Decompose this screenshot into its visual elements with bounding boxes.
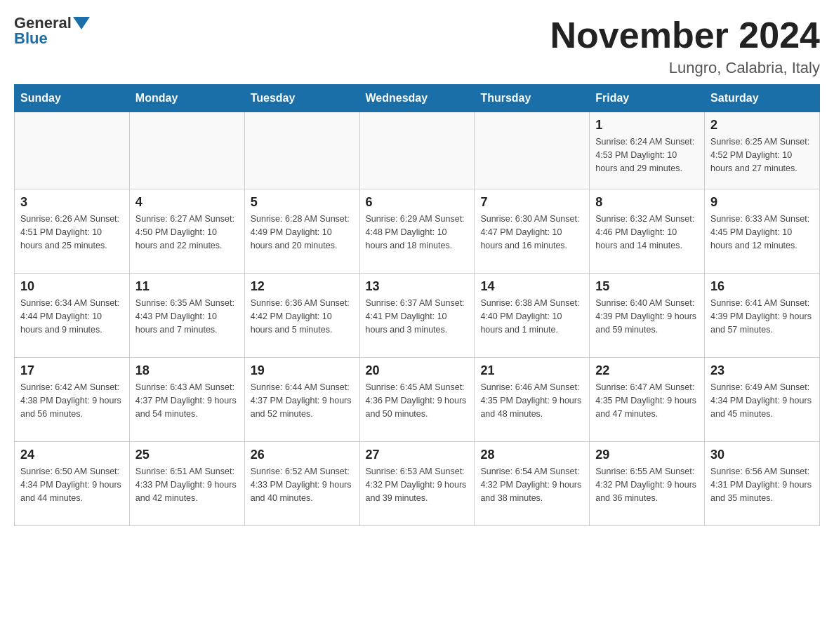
day-number: 18 — [135, 363, 239, 378]
day-info: Sunrise: 6:26 AM Sunset: 4:51 PM Dayligh… — [20, 213, 124, 252]
day-number: 29 — [595, 448, 699, 462]
day-info: Sunrise: 6:53 AM Sunset: 4:32 PM Dayligh… — [366, 465, 469, 504]
day-number: 20 — [366, 363, 469, 378]
calendar-cell: 30Sunrise: 6:56 AM Sunset: 4:31 PM Dayli… — [705, 442, 820, 526]
day-number: 15 — [595, 279, 699, 294]
day-number: 16 — [710, 279, 814, 294]
calendar-cell: 20Sunrise: 6:45 AM Sunset: 4:36 PM Dayli… — [359, 358, 475, 442]
day-number: 21 — [480, 363, 583, 378]
day-number: 22 — [595, 363, 699, 378]
calendar-cell: 15Sunrise: 6:40 AM Sunset: 4:39 PM Dayli… — [590, 274, 705, 358]
day-number: 17 — [20, 363, 124, 378]
logo: General Blue — [14, 14, 90, 48]
calendar-week-row: 17Sunrise: 6:42 AM Sunset: 4:38 PM Dayli… — [15, 358, 820, 442]
day-number: 12 — [251, 279, 354, 294]
calendar-cell: 9Sunrise: 6:33 AM Sunset: 4:45 PM Daylig… — [705, 189, 820, 274]
day-info: Sunrise: 6:46 AM Sunset: 4:35 PM Dayligh… — [480, 381, 583, 420]
day-info: Sunrise: 6:54 AM Sunset: 4:32 PM Dayligh… — [480, 465, 583, 504]
calendar-cell: 25Sunrise: 6:51 AM Sunset: 4:33 PM Dayli… — [129, 442, 244, 526]
day-number: 26 — [251, 448, 354, 462]
day-number: 5 — [251, 195, 354, 210]
weekday-header-thursday: Thursday — [475, 85, 590, 112]
day-info: Sunrise: 6:35 AM Sunset: 4:43 PM Dayligh… — [135, 297, 239, 336]
calendar-cell: 1Sunrise: 6:24 AM Sunset: 4:53 PM Daylig… — [590, 112, 705, 189]
day-info: Sunrise: 6:51 AM Sunset: 4:33 PM Dayligh… — [135, 465, 239, 504]
calendar-cell: 17Sunrise: 6:42 AM Sunset: 4:38 PM Dayli… — [15, 358, 130, 442]
calendar-cell: 16Sunrise: 6:41 AM Sunset: 4:39 PM Dayli… — [705, 274, 820, 358]
day-info: Sunrise: 6:30 AM Sunset: 4:47 PM Dayligh… — [480, 213, 583, 252]
day-info: Sunrise: 6:47 AM Sunset: 4:35 PM Dayligh… — [595, 381, 699, 420]
calendar-cell: 26Sunrise: 6:52 AM Sunset: 4:33 PM Dayli… — [244, 442, 359, 526]
calendar-cell: 5Sunrise: 6:28 AM Sunset: 4:49 PM Daylig… — [244, 189, 359, 274]
weekday-header-wednesday: Wednesday — [359, 85, 475, 112]
day-number: 3 — [20, 195, 124, 210]
calendar-cell: 24Sunrise: 6:50 AM Sunset: 4:34 PM Dayli… — [15, 442, 130, 526]
day-info: Sunrise: 6:32 AM Sunset: 4:46 PM Dayligh… — [595, 213, 699, 252]
day-info: Sunrise: 6:34 AM Sunset: 4:44 PM Dayligh… — [20, 297, 124, 336]
logo-arrow-icon — [73, 17, 90, 29]
calendar-cell: 22Sunrise: 6:47 AM Sunset: 4:35 PM Dayli… — [590, 358, 705, 442]
day-number: 7 — [480, 195, 583, 210]
calendar-cell: 6Sunrise: 6:29 AM Sunset: 4:48 PM Daylig… — [359, 189, 475, 274]
day-info: Sunrise: 6:55 AM Sunset: 4:32 PM Dayligh… — [595, 465, 699, 504]
logo-blue-text: Blue — [14, 29, 48, 48]
calendar-cell: 4Sunrise: 6:27 AM Sunset: 4:50 PM Daylig… — [129, 189, 244, 274]
calendar-cell: 23Sunrise: 6:49 AM Sunset: 4:34 PM Dayli… — [705, 358, 820, 442]
calendar-cell: 3Sunrise: 6:26 AM Sunset: 4:51 PM Daylig… — [15, 189, 130, 274]
calendar-cell — [15, 112, 130, 189]
calendar-cell: 10Sunrise: 6:34 AM Sunset: 4:44 PM Dayli… — [15, 274, 130, 358]
day-info: Sunrise: 6:33 AM Sunset: 4:45 PM Dayligh… — [710, 213, 814, 252]
day-info: Sunrise: 6:49 AM Sunset: 4:34 PM Dayligh… — [710, 381, 814, 420]
calendar-week-row: 3Sunrise: 6:26 AM Sunset: 4:51 PM Daylig… — [15, 189, 820, 274]
day-info: Sunrise: 6:50 AM Sunset: 4:34 PM Dayligh… — [20, 465, 124, 504]
calendar-cell: 11Sunrise: 6:35 AM Sunset: 4:43 PM Dayli… — [129, 274, 244, 358]
day-info: Sunrise: 6:45 AM Sunset: 4:36 PM Dayligh… — [366, 381, 469, 420]
calendar-table: SundayMondayTuesdayWednesdayThursdayFrid… — [14, 84, 820, 526]
calendar-header-row: SundayMondayTuesdayWednesdayThursdayFrid… — [15, 85, 820, 112]
day-info: Sunrise: 6:24 AM Sunset: 4:53 PM Dayligh… — [595, 135, 699, 175]
day-info: Sunrise: 6:41 AM Sunset: 4:39 PM Dayligh… — [710, 297, 814, 336]
day-number: 1 — [595, 118, 699, 133]
day-info: Sunrise: 6:25 AM Sunset: 4:52 PM Dayligh… — [710, 135, 814, 175]
calendar-cell — [359, 112, 475, 189]
calendar-week-row: 24Sunrise: 6:50 AM Sunset: 4:34 PM Dayli… — [15, 442, 820, 526]
calendar-cell: 19Sunrise: 6:44 AM Sunset: 4:37 PM Dayli… — [244, 358, 359, 442]
day-number: 19 — [251, 363, 354, 378]
calendar-cell: 27Sunrise: 6:53 AM Sunset: 4:32 PM Dayli… — [359, 442, 475, 526]
day-info: Sunrise: 6:27 AM Sunset: 4:50 PM Dayligh… — [135, 213, 239, 252]
day-number: 10 — [20, 279, 124, 294]
day-number: 25 — [135, 448, 239, 462]
day-info: Sunrise: 6:40 AM Sunset: 4:39 PM Dayligh… — [595, 297, 699, 336]
title-section: November 2024 Lungro, Calabria, Italy — [550, 14, 820, 77]
day-number: 28 — [480, 448, 583, 462]
day-number: 9 — [710, 195, 814, 210]
day-info: Sunrise: 6:38 AM Sunset: 4:40 PM Dayligh… — [480, 297, 583, 336]
calendar-cell: 29Sunrise: 6:55 AM Sunset: 4:32 PM Dayli… — [590, 442, 705, 526]
day-number: 4 — [135, 195, 239, 210]
calendar-cell: 28Sunrise: 6:54 AM Sunset: 4:32 PM Dayli… — [475, 442, 590, 526]
calendar-week-row: 1Sunrise: 6:24 AM Sunset: 4:53 PM Daylig… — [15, 112, 820, 189]
weekday-header-sunday: Sunday — [15, 85, 130, 112]
day-number: 13 — [366, 279, 469, 294]
month-title: November 2024 — [550, 14, 820, 56]
weekday-header-saturday: Saturday — [705, 85, 820, 112]
calendar-cell — [475, 112, 590, 189]
day-number: 11 — [135, 279, 239, 294]
weekday-header-friday: Friday — [590, 85, 705, 112]
day-number: 8 — [595, 195, 699, 210]
day-number: 24 — [20, 448, 124, 462]
day-info: Sunrise: 6:37 AM Sunset: 4:41 PM Dayligh… — [366, 297, 469, 336]
day-number: 27 — [366, 448, 469, 462]
calendar-cell: 8Sunrise: 6:32 AM Sunset: 4:46 PM Daylig… — [590, 189, 705, 274]
calendar-cell: 21Sunrise: 6:46 AM Sunset: 4:35 PM Dayli… — [475, 358, 590, 442]
day-number: 23 — [710, 363, 814, 378]
day-number: 6 — [366, 195, 469, 210]
page-header: General Blue November 2024 Lungro, Calab… — [14, 14, 820, 77]
calendar-cell: 2Sunrise: 6:25 AM Sunset: 4:52 PM Daylig… — [705, 112, 820, 189]
day-info: Sunrise: 6:29 AM Sunset: 4:48 PM Dayligh… — [366, 213, 469, 252]
day-number: 2 — [710, 118, 814, 133]
calendar-cell: 13Sunrise: 6:37 AM Sunset: 4:41 PM Dayli… — [359, 274, 475, 358]
weekday-header-monday: Monday — [129, 85, 244, 112]
day-number: 14 — [480, 279, 583, 294]
calendar-cell: 7Sunrise: 6:30 AM Sunset: 4:47 PM Daylig… — [475, 189, 590, 274]
